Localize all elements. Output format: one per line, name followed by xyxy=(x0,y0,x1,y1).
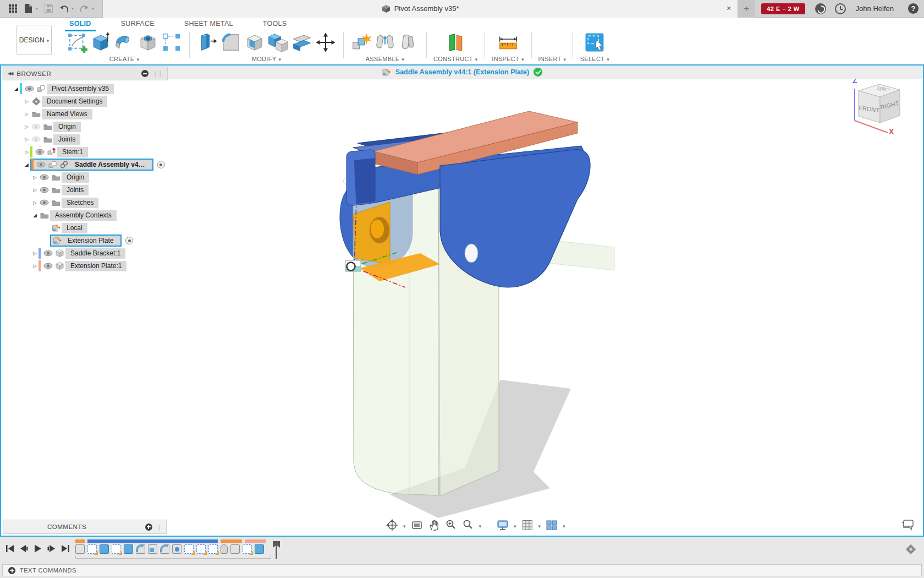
tab-close-icon[interactable]: × xyxy=(727,4,731,13)
timeline-feature-sketch-icon[interactable] xyxy=(87,544,97,554)
user-name[interactable]: John Helfen xyxy=(856,4,894,13)
tree-row-root[interactable]: Pivot Assembly v35 xyxy=(3,83,168,95)
help-icon[interactable]: ? xyxy=(908,3,919,14)
expand-caret-icon[interactable] xyxy=(31,263,38,269)
selected-item-box[interactable]: Extension Plate xyxy=(50,235,122,247)
expand-caret-icon[interactable] xyxy=(23,99,30,104)
expand-text-commands-icon[interactable] xyxy=(8,567,15,574)
expand-caret-icon[interactable] xyxy=(23,149,30,155)
timeline-playhead[interactable] xyxy=(272,541,281,559)
job-status-badge[interactable]: 42 E – 2 W xyxy=(761,3,805,14)
file-menu-icon[interactable] xyxy=(23,4,33,14)
add-comment-icon[interactable] xyxy=(145,524,152,531)
viewcube[interactable]: Z X FRONT RIGHT TOP xyxy=(845,73,911,135)
activate-component-radio[interactable] xyxy=(157,161,165,168)
expand-caret-icon[interactable] xyxy=(31,175,38,180)
tab-solid[interactable]: SOLID xyxy=(68,18,92,29)
tree-item-label[interactable]: Stem:1 xyxy=(57,147,88,157)
undo-caret-icon[interactable]: ▾ xyxy=(72,6,74,11)
file-menu-caret-icon[interactable]: ▾ xyxy=(36,6,38,11)
chevron-down-icon[interactable] xyxy=(563,520,565,530)
visibility-eye-icon[interactable] xyxy=(35,148,45,156)
viewport-canvas[interactable]: Saddle Assembly v44:1 (Extension Plate) xyxy=(0,64,924,537)
visibility-eye-icon[interactable] xyxy=(25,84,34,93)
tree-item-label[interactable]: Extension Plate xyxy=(63,236,118,246)
tab-sheet-metal[interactable]: SHEET METAL xyxy=(183,18,234,29)
shell-icon[interactable] xyxy=(244,31,266,53)
tree-row-origin-root[interactable]: Origin xyxy=(3,121,168,133)
timeline-settings-gear-icon[interactable] xyxy=(905,544,916,555)
edit-in-place-title[interactable]: Saddle Assembly v44:1 (Extension Plate) xyxy=(395,68,529,76)
tree-row-assembly-contexts[interactable]: Assembly Contexts xyxy=(3,209,168,221)
workspace-switcher[interactable]: DESIGN xyxy=(16,25,52,55)
timeline-feature-fillet-icon[interactable] xyxy=(160,544,169,554)
go-to-end-icon[interactable] xyxy=(61,544,70,553)
timeline-feature-sketch-icon[interactable] xyxy=(184,544,194,554)
redo-caret-icon[interactable]: ▾ xyxy=(92,6,94,11)
stem-front-face[interactable] xyxy=(353,159,438,495)
notifications-clock-icon[interactable] xyxy=(835,3,846,14)
timeline-feature-hole-icon[interactable] xyxy=(172,544,182,554)
expand-caret-icon[interactable] xyxy=(31,250,38,256)
viewports-icon[interactable] xyxy=(546,519,558,531)
move-copy-icon[interactable] xyxy=(315,31,337,53)
visibility-eye-icon[interactable] xyxy=(43,249,53,258)
save-icon[interactable] xyxy=(43,4,53,14)
tree-item-label[interactable]: Document Settings xyxy=(42,96,107,107)
combine-icon[interactable] xyxy=(267,31,289,53)
step-forward-icon[interactable] xyxy=(47,544,56,553)
redo-icon[interactable] xyxy=(79,4,89,14)
visibility-eye-icon[interactable] xyxy=(36,160,46,169)
saddle-right-tab[interactable] xyxy=(440,150,590,287)
revolve-icon[interactable] xyxy=(113,31,135,53)
tree-row-extension-plate-context[interactable]: Extension Plate xyxy=(3,235,168,247)
group-label-assemble[interactable]: ASSEMBLE xyxy=(366,56,405,62)
job-status-icon[interactable] xyxy=(815,3,826,14)
tree-row-joints-root[interactable]: Joints xyxy=(3,133,168,145)
finish-context-check-icon[interactable] xyxy=(534,68,542,77)
timeline-feature-joint-icon[interactable] xyxy=(221,544,228,554)
chevron-down-icon[interactable] xyxy=(538,520,541,530)
timeline-feature-extrude-icon[interactable] xyxy=(124,544,133,554)
timeline-feature-sketch-icon[interactable] xyxy=(196,544,206,554)
create-sketch-icon[interactable] xyxy=(66,31,88,53)
timeline-feature-sketch-icon[interactable] xyxy=(243,544,252,554)
tree-item-label[interactable]: Extension Plate:1 xyxy=(65,261,127,271)
tree-item-label[interactable]: Origin xyxy=(53,122,81,132)
timeline-group-bar[interactable] xyxy=(245,539,266,543)
panel-grip-handle[interactable]: ❘❘ xyxy=(153,70,163,77)
text-commands-bar[interactable]: TEXT COMMANDS xyxy=(2,564,922,576)
tree-row-origin-sub[interactable]: Origin xyxy=(3,171,168,183)
construction-plane-icon[interactable] xyxy=(444,31,466,53)
new-component-icon[interactable] xyxy=(350,31,372,53)
tab-surface[interactable]: SURFACE xyxy=(120,18,156,29)
grid-display-icon[interactable] xyxy=(521,519,534,531)
fillet-icon[interactable] xyxy=(220,31,242,53)
tree-row-named-views[interactable]: Named Views xyxy=(3,108,168,120)
comments-panel[interactable]: COMMENTS ❘ xyxy=(3,520,167,534)
tree-item-label[interactable]: Sketches xyxy=(62,198,98,208)
select-window-icon[interactable] xyxy=(584,31,606,53)
tree-item-label[interactable]: Assembly Contexts xyxy=(50,210,117,221)
tree-item-label[interactable]: Local xyxy=(62,223,87,233)
timeline-group-bar[interactable] xyxy=(221,539,242,543)
step-back-icon[interactable] xyxy=(19,544,29,553)
expand-caret-icon[interactable] xyxy=(23,111,30,117)
orbit-icon[interactable] xyxy=(386,519,398,531)
play-icon[interactable] xyxy=(33,544,42,553)
expand-caret-icon[interactable] xyxy=(23,162,30,167)
group-label-insert[interactable]: INSERT xyxy=(538,56,566,62)
chevron-down-icon[interactable] xyxy=(479,520,482,530)
tree-item-label[interactable]: Pivot Assembly v35 xyxy=(47,84,114,94)
tree-item-label[interactable]: Saddle Assembly v4… xyxy=(70,160,150,170)
timeline-feature-component-icon[interactable] xyxy=(230,544,240,554)
origin-point[interactable] xyxy=(347,263,355,271)
expand-caret-icon[interactable] xyxy=(23,137,30,142)
timeline-group-bar[interactable] xyxy=(87,539,218,543)
visibility-eye-icon[interactable] xyxy=(40,198,49,207)
tree-row-joints-sub[interactable]: Joints xyxy=(3,184,168,196)
expand-caret-icon[interactable] xyxy=(23,124,30,129)
activate-context-radio[interactable] xyxy=(125,237,133,244)
tree-item-label[interactable]: Joints xyxy=(62,185,89,195)
selected-item-box[interactable]: Saddle Assembly v4… xyxy=(30,159,153,171)
